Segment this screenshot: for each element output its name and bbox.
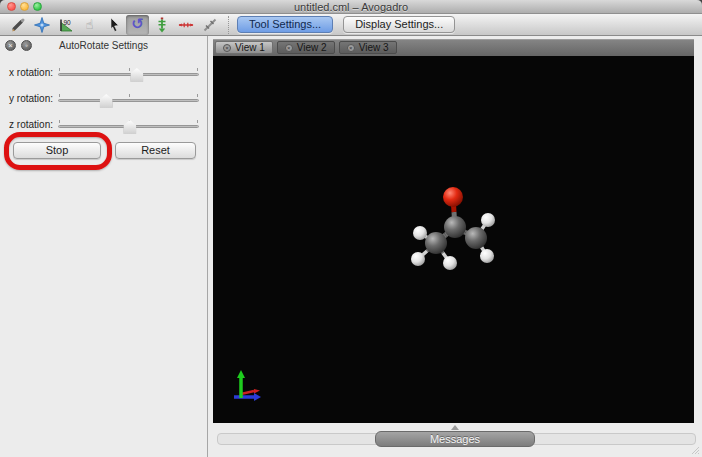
- rotate-icon: ↺: [131, 17, 144, 32]
- x-rotation-slider[interactable]: [58, 73, 199, 76]
- align-tool-button[interactable]: [198, 15, 221, 35]
- y-rotation-slider-thumb[interactable]: [100, 94, 113, 108]
- resize-grip[interactable]: [690, 445, 700, 455]
- tick: [59, 68, 60, 71]
- y-rotation-slider[interactable]: [58, 99, 199, 102]
- ruler-icon: [177, 16, 195, 34]
- panel-close-button[interactable]: ×: [5, 40, 16, 51]
- atom-H: [481, 213, 495, 227]
- tick: [129, 68, 130, 71]
- z-rotation-slider-thumb[interactable]: [123, 120, 136, 134]
- align-icon: [201, 16, 219, 34]
- autorotate-settings-panel: AutoRotate Settings × ◦ x rotation: y ro…: [0, 36, 207, 457]
- molecule-canvas: [213, 56, 694, 423]
- x-rotation-slider-thumb[interactable]: [130, 68, 143, 82]
- panel-header: AutoRotate Settings × ◦: [0, 36, 207, 55]
- atom-C: [444, 216, 466, 238]
- tick: [197, 68, 198, 71]
- atom-H: [413, 226, 427, 240]
- panel-float-button[interactable]: ◦: [21, 40, 32, 51]
- tool-settings-button[interactable]: Tool Settings...: [237, 16, 333, 33]
- tick: [129, 94, 130, 97]
- toolbar-separator: [228, 16, 229, 34]
- view-tabbar: × View 1 × View 2 × View 3: [213, 39, 694, 56]
- tick: [197, 120, 198, 123]
- window-title: untitled.cml – Avogadro: [0, 0, 702, 14]
- draw-tool-button[interactable]: [6, 15, 29, 35]
- toolbar: 90 ☝ ↺: [0, 14, 702, 36]
- tick: [59, 120, 60, 123]
- measure-tool-button[interactable]: [174, 15, 197, 35]
- titlebar[interactable]: untitled.cml – Avogadro: [0, 0, 702, 14]
- pencil-icon: [9, 16, 27, 34]
- close-icon[interactable]: ×: [347, 44, 355, 52]
- atom-C: [425, 232, 447, 254]
- tick: [59, 94, 60, 97]
- close-icon[interactable]: ×: [285, 44, 293, 52]
- main-view-area: × View 1 × View 2 × View 3: [208, 36, 702, 457]
- y-rotation-slider-row: y rotation:: [0, 88, 207, 110]
- axes-indicator: [234, 370, 261, 401]
- selection-tool-button[interactable]: [102, 15, 125, 35]
- close-icon[interactable]: ×: [223, 44, 231, 52]
- z-rotation-slider[interactable]: [58, 125, 199, 128]
- auto-rotate-tool-button[interactable]: ↺: [126, 15, 149, 35]
- y-rotation-label: y rotation:: [0, 93, 53, 104]
- hand-icon: ☝: [86, 18, 94, 31]
- z-rotation-label: z rotation:: [0, 119, 53, 130]
- tab-label: View 1: [235, 42, 265, 53]
- angle-90-icon: 90: [57, 16, 75, 34]
- x-rotation-label: x rotation:: [0, 67, 53, 78]
- tab-label: View 3: [359, 42, 389, 53]
- tab-label: View 2: [297, 42, 327, 53]
- atom-H: [411, 252, 425, 266]
- reset-button[interactable]: Reset: [115, 142, 196, 159]
- x-rotation-slider-row: x rotation:: [0, 62, 207, 84]
- display-settings-button[interactable]: Display Settings...: [343, 16, 455, 33]
- spring-icon: [153, 16, 171, 34]
- star-icon: [33, 16, 51, 34]
- navigate-tool-button[interactable]: [30, 15, 53, 35]
- atom-H: [443, 256, 457, 270]
- tab-view-1[interactable]: × View 1: [215, 41, 273, 54]
- avogadro-window: untitled.cml – Avogadro 90 ☝: [0, 0, 702, 457]
- manipulate-tool-button[interactable]: ☝: [78, 15, 101, 35]
- atom-C: [465, 227, 487, 249]
- stop-button[interactable]: Stop: [13, 142, 101, 159]
- atom-O: [443, 187, 463, 207]
- 3d-viewport[interactable]: [213, 56, 694, 423]
- content-area: AutoRotate Settings × ◦ x rotation: y ro…: [0, 36, 702, 457]
- cursor-icon: [105, 16, 123, 34]
- tab-view-2[interactable]: × View 2: [277, 41, 335, 54]
- svg-text:90: 90: [63, 18, 71, 25]
- messages-button[interactable]: Messages: [375, 431, 535, 447]
- tick: [197, 94, 198, 97]
- atom-H: [480, 249, 494, 263]
- bond-centric-tool-button[interactable]: 90: [54, 15, 77, 35]
- z-rotation-slider-row: z rotation:: [0, 114, 207, 136]
- chevron-up-icon[interactable]: [451, 425, 459, 430]
- auto-optimize-tool-button[interactable]: [150, 15, 173, 35]
- tab-view-3[interactable]: × View 3: [339, 41, 397, 54]
